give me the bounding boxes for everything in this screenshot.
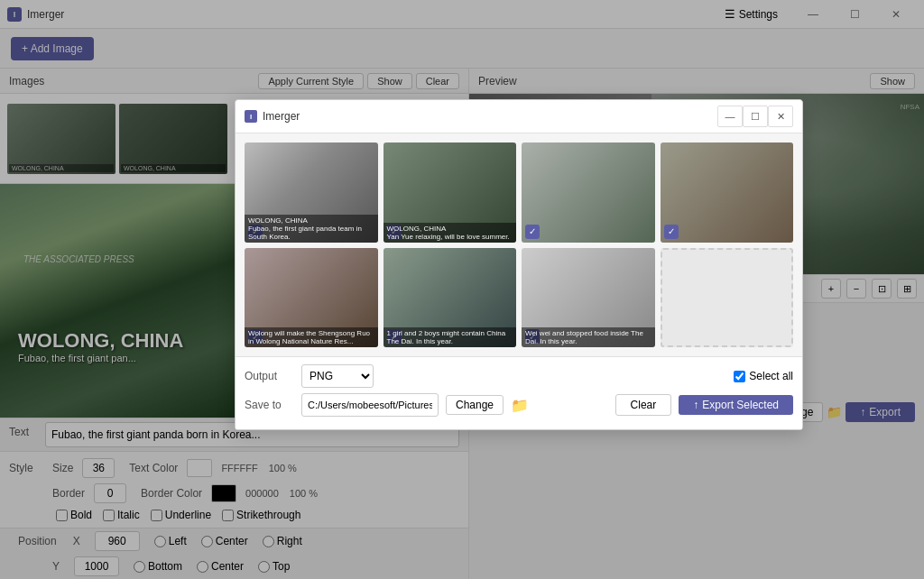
modal-saveto-row: Save to Change 📁 Clear ↑ Export Selected	[245, 393, 793, 417]
modal-footer: Output PNG Select all Save to Change 📁 C…	[236, 356, 802, 429]
check-3: ✓	[525, 225, 540, 239]
modal-titlebar: I Imerger — ☐ ✕	[236, 100, 802, 133]
modal-save-path[interactable]	[301, 393, 439, 417]
modal-title-area: I Imerger	[245, 110, 300, 123]
modal-folder-icon[interactable]: 📁	[511, 397, 529, 414]
modal-image-6[interactable]: ✓ 1 girl and 2 boys might contain China …	[383, 248, 517, 348]
caption-7: Wei wei and stopped food inside The Dai.…	[522, 327, 655, 347]
modal-output-label: Output	[245, 370, 294, 382]
modal-dialog: I Imerger — ☐ ✕ ✓ WOLONG, CHINAFubao, th…	[235, 99, 803, 430]
modal-overlay[interactable]: I Imerger — ☐ ✕ ✓ WOLONG, CHINAFubao, th…	[0, 0, 924, 579]
modal-minimize-button[interactable]: —	[717, 106, 743, 127]
caption-6: 1 girl and 2 boys might contain China Th…	[383, 327, 517, 347]
caption-1: WOLONG, CHINAFubao, the first giant pand…	[245, 215, 378, 243]
modal-image-7[interactable]: ✓ Wei wei and stopped food inside The Da…	[522, 248, 655, 348]
modal-image-4[interactable]: ✓	[661, 142, 794, 243]
caption-2: WOLONG, CHINAYan Yue relaxing, will be l…	[383, 223, 517, 243]
modal-save-label: Save to	[245, 399, 294, 411]
select-all-label: Select all	[749, 370, 793, 382]
check-4: ✓	[664, 225, 679, 239]
modal-app-icon: I	[245, 110, 257, 123]
modal-image-2[interactable]: ✓ WOLONG, CHINAYan Yue relaxing, will be…	[383, 142, 517, 243]
modal-controls: — ☐ ✕	[717, 106, 793, 127]
modal-close-button[interactable]: ✕	[768, 106, 793, 127]
modal-clear-button[interactable]: Clear	[615, 394, 672, 416]
caption-5: Wolong will make the Shengsong Ruo in Wo…	[245, 327, 378, 347]
modal-output-row: Output PNG Select all	[245, 364, 793, 388]
modal-image-3[interactable]: ✓	[522, 142, 655, 243]
modal-image-5[interactable]: ✓ Wolong will make the Shengsong Ruo in …	[245, 248, 378, 348]
modal-change-button[interactable]: Change	[446, 395, 504, 415]
modal-image-1[interactable]: ✓ WOLONG, CHINAFubao, the first giant pa…	[245, 142, 378, 243]
modal-export-icon: ↑	[693, 399, 698, 411]
modal-maximize-button[interactable]: ☐	[743, 106, 768, 127]
modal-image-grid: ✓ WOLONG, CHINAFubao, the first giant pa…	[236, 133, 802, 356]
select-all-checkbox[interactable]: Select all	[734, 370, 793, 382]
modal-export-button[interactable]: ↑ Export Selected	[679, 395, 793, 415]
modal-image-8[interactable]	[661, 248, 794, 348]
modal-title: Imerger	[263, 110, 300, 123]
modal-output-select[interactable]: PNG	[301, 364, 374, 388]
